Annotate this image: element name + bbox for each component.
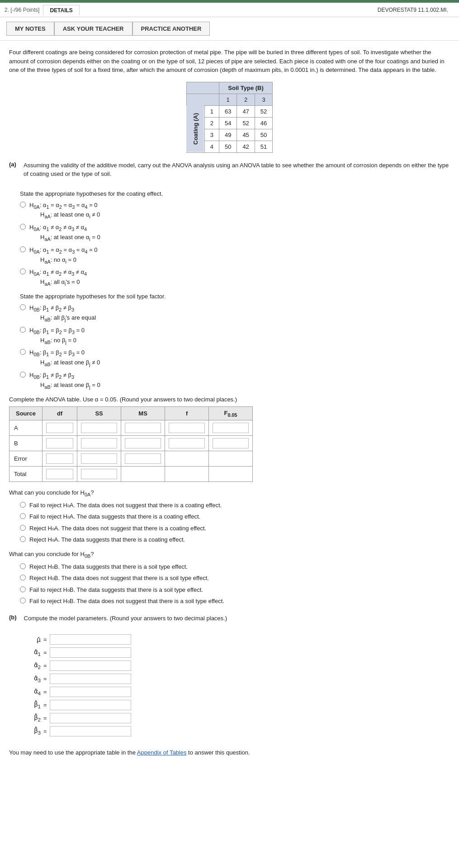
conclude-ha-section: What can you conclude for H0A? Fail to r… — [9, 489, 450, 544]
part-b-intro: Compute the model parameters. (Round you… — [24, 614, 227, 623]
conclude-hb-radio-2[interactable] — [20, 575, 26, 580]
anova-ms-a[interactable] — [125, 423, 161, 433]
soil-radio-2[interactable] — [20, 327, 26, 333]
anova-ss-b[interactable] — [81, 438, 117, 448]
data-table-container: Soil Type (B) 1 2 3 Coating (A) 1 63 47 … — [9, 82, 450, 153]
param-beta2-label: β̂2 — [23, 714, 41, 722]
coating-radio-2[interactable] — [20, 224, 26, 230]
anova-col-ss: SS — [77, 406, 121, 420]
soil-radio-3[interactable] — [20, 349, 26, 355]
r4c2: 42 — [237, 141, 255, 152]
anova-f-b[interactable] — [169, 438, 205, 448]
param-beta2-eq: = — [41, 715, 50, 722]
ask-teacher-button[interactable]: ASK YOUR TEACHER — [54, 22, 132, 36]
devore-label: DEVORESTAT9 11.1.002.MI. — [371, 5, 454, 15]
conclude-hb-radio-group: Reject H₀B. The data suggests that there… — [20, 562, 450, 606]
coating-radio-1[interactable] — [20, 202, 26, 208]
param-alpha3-input[interactable] — [50, 674, 131, 684]
anova-df-total[interactable] — [46, 469, 73, 479]
anova-ss-a[interactable] — [81, 423, 117, 433]
soil-radio-4[interactable] — [20, 372, 26, 377]
conclude-ha-radio-4[interactable] — [20, 536, 26, 542]
conclude-hb-label-1: Reject H₀B. The data suggests that there… — [29, 562, 188, 571]
param-alpha2-label: α̂2 — [23, 661, 41, 670]
anova-df-a-cell — [43, 420, 77, 436]
param-beta3-label: β̂3 — [23, 727, 41, 736]
coating-ha-3: HaA: no αi = 0 — [40, 255, 98, 265]
conclude-ha-radio-3[interactable] — [20, 525, 26, 531]
conclude-hb-title: What can you conclude for H0B? — [9, 551, 450, 559]
r1c3: 52 — [255, 105, 272, 117]
anova-ss-error[interactable] — [81, 453, 117, 464]
param-beta1-input[interactable] — [50, 700, 131, 710]
param-alpha1-input[interactable] — [50, 647, 131, 658]
anova-row-total: Total — [9, 467, 253, 482]
param-alpha3-label: α̂3 — [23, 675, 41, 683]
soil-h0-1: H0B: β1 ≠ β2 ≠ β3 — [29, 303, 96, 313]
appendix-link[interactable]: Appendix of Tables — [137, 749, 187, 756]
practice-another-button[interactable]: PRACTICE ANOTHER — [132, 22, 210, 36]
r3c3: 50 — [255, 129, 272, 141]
param-alpha2-eq: = — [41, 662, 50, 669]
param-alpha1-eq: = — [41, 649, 50, 656]
anova-f005-a[interactable] — [213, 423, 249, 433]
param-beta3-input[interactable] — [50, 726, 131, 736]
top-nav: 2. [-/96 Points] DETAILS DEVORESTAT9 11.… — [0, 3, 459, 17]
param-alpha1-row: α̂1 = — [23, 647, 450, 658]
soil-radio-1[interactable] — [20, 304, 26, 310]
soil-option-4: H0B: β1 ≠ β2 ≠ β3 HaB: at least one βj =… — [20, 371, 450, 391]
coating-h0-1: H0A: α1 = α2 = α3 = α4 = 0 — [29, 201, 100, 211]
soil-ha-1: HaB: all βj's are equal — [40, 313, 96, 323]
problem-text: Four different coatings are being consid… — [9, 48, 450, 75]
conclude-hb-option-1: Reject H₀B. The data suggests that there… — [20, 562, 450, 571]
anova-col-source: Source — [9, 406, 43, 420]
soil-ha-4: HaB: at least one βj = 0 — [40, 381, 100, 391]
conclude-ha-label-4: Reject H₀A. The data suggests that there… — [29, 535, 185, 544]
anova-ms-total-empty — [121, 467, 165, 482]
anova-row-a: A — [9, 420, 253, 436]
param-alpha4-row: α̂4 = — [23, 687, 450, 697]
param-beta3-eq: = — [41, 728, 50, 735]
anova-df-error[interactable] — [46, 453, 73, 464]
soil-h0-2: H0B: β1 = β2 = β3 = 0 — [29, 326, 85, 336]
anova-df-b-cell — [43, 436, 77, 451]
conclude-hb-label-3: Fail to reject H₀B. The data suggests th… — [29, 585, 203, 594]
row-3-label: 3 — [204, 129, 219, 141]
conclude-ha-option-4: Reject H₀A. The data suggests that there… — [20, 535, 450, 544]
anova-f005-total-empty — [209, 467, 253, 482]
anova-f005-b[interactable] — [213, 438, 249, 448]
param-alpha2-input[interactable] — [50, 660, 131, 671]
anova-ss-total[interactable] — [81, 469, 117, 479]
part-b-label: (b) — [9, 614, 17, 621]
conclude-ha-radio-1[interactable] — [20, 502, 26, 508]
soil-type-header: Soil Type (B) — [219, 82, 272, 94]
conclude-ha-radio-2[interactable] — [20, 513, 26, 519]
anova-col-f: f — [165, 406, 209, 420]
coating-radio-4[interactable] — [20, 269, 26, 274]
conclude-hb-label-4: Fail to reject H₀B. The data does not su… — [29, 597, 224, 606]
anova-df-a[interactable] — [46, 423, 73, 433]
param-alpha4-eq: = — [41, 689, 50, 695]
anova-row-b: B — [9, 436, 253, 451]
param-mu-input[interactable] — [50, 634, 131, 645]
conclude-hb-radio-1[interactable] — [20, 563, 26, 569]
param-alpha4-label: α̂4 — [23, 688, 41, 696]
anova-ms-b[interactable] — [125, 438, 161, 448]
part-a-intro: Assuming the validity of the additive mo… — [24, 161, 450, 179]
part-a-label: (a) — [9, 161, 16, 168]
coating-radio-3[interactable] — [20, 246, 26, 252]
anova-ms-error[interactable] — [125, 453, 161, 464]
param-alpha4-input[interactable] — [50, 687, 131, 697]
conclude-hb-radio-4[interactable] — [20, 598, 26, 604]
col-header-3: 3 — [255, 94, 272, 105]
anova-source-b: B — [9, 436, 43, 451]
soil-option-2: H0B: β1 = β2 = β3 = 0 HaB: no βj = 0 — [20, 326, 450, 346]
conclude-hb-radio-3[interactable] — [20, 586, 26, 592]
tab-details[interactable]: DETAILS — [43, 5, 79, 15]
soil-h0-3: H0B: β1 = β2 = β3 = 0 — [29, 348, 100, 358]
my-notes-button[interactable]: MY NOTES — [6, 22, 54, 36]
anova-ss-error-cell — [77, 451, 121, 467]
anova-df-b[interactable] — [46, 438, 73, 448]
anova-f-a[interactable] — [169, 423, 205, 433]
param-beta2-input[interactable] — [50, 713, 131, 723]
